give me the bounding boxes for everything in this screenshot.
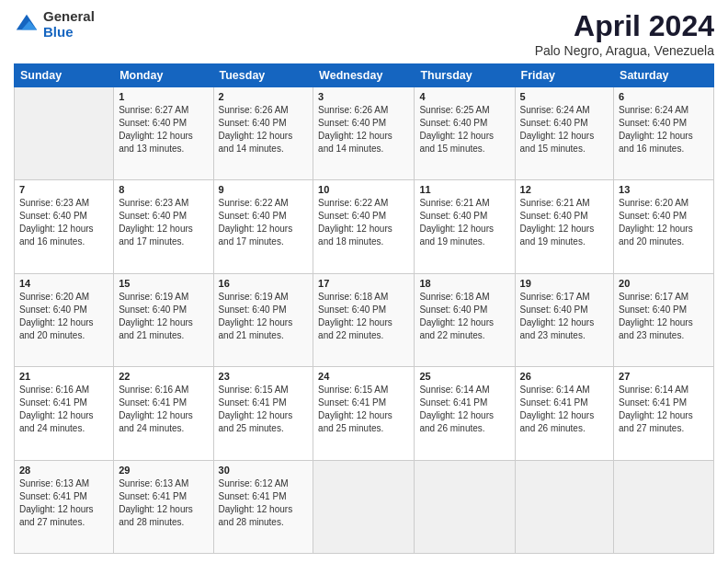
day-number: 27 [619,371,709,382]
day-number: 20 [619,278,709,289]
calendar-day-8: 8Sunrise: 6:23 AM Sunset: 6:40 PM Daylig… [114,180,213,273]
day-number: 24 [318,371,409,382]
day-number: 28 [19,465,108,476]
day-header-wednesday: Wednesday [313,64,415,87]
calendar-day-18: 18Sunrise: 6:18 AM Sunset: 6:40 PM Dayli… [415,273,515,366]
calendar-week-5: 28Sunrise: 6:13 AM Sunset: 6:41 PM Dayli… [15,460,714,553]
day-number: 29 [119,465,208,476]
calendar-day-20: 20Sunrise: 6:17 AM Sunset: 6:40 PM Dayli… [614,273,714,366]
day-header-sunday: Sunday [15,64,114,87]
page: General Blue April 2024 Palo Negro, Arag… [0,0,728,563]
day-info: Sunrise: 6:24 AM Sunset: 6:40 PM Dayligh… [619,104,709,155]
calendar-day-30: 30Sunrise: 6:12 AM Sunset: 6:41 PM Dayli… [213,460,313,553]
day-number: 7 [19,184,108,195]
day-info: Sunrise: 6:15 AM Sunset: 6:41 PM Dayligh… [219,384,309,435]
calendar-day-empty [415,460,515,553]
main-title: April 2024 [535,9,714,43]
day-number: 10 [318,184,409,195]
day-info: Sunrise: 6:23 AM Sunset: 6:40 PM Dayligh… [119,197,208,248]
day-number: 2 [219,91,309,102]
calendar-day-12: 12Sunrise: 6:21 AM Sunset: 6:40 PM Dayli… [515,180,614,273]
day-number: 5 [520,91,609,102]
day-info: Sunrise: 6:14 AM Sunset: 6:41 PM Dayligh… [619,384,709,435]
day-number: 25 [419,371,509,382]
calendar-day-22: 22Sunrise: 6:16 AM Sunset: 6:41 PM Dayli… [114,367,213,460]
day-header-saturday: Saturday [614,64,714,87]
day-info: Sunrise: 6:19 AM Sunset: 6:40 PM Dayligh… [119,291,208,342]
calendar-day-1: 1Sunrise: 6:27 AM Sunset: 6:40 PM Daylig… [114,87,213,180]
day-info: Sunrise: 6:19 AM Sunset: 6:40 PM Dayligh… [219,291,309,342]
calendar-day-29: 29Sunrise: 6:13 AM Sunset: 6:41 PM Dayli… [114,460,213,553]
day-number: 9 [219,184,309,195]
logo-icon [14,12,40,38]
logo-text: General Blue [43,9,95,40]
day-info: Sunrise: 6:17 AM Sunset: 6:40 PM Dayligh… [520,291,609,342]
calendar-day-empty [15,87,114,180]
calendar-day-24: 24Sunrise: 6:15 AM Sunset: 6:41 PM Dayli… [313,367,415,460]
day-info: Sunrise: 6:21 AM Sunset: 6:40 PM Dayligh… [520,197,609,248]
day-info: Sunrise: 6:18 AM Sunset: 6:40 PM Dayligh… [318,291,409,342]
calendar-day-28: 28Sunrise: 6:13 AM Sunset: 6:41 PM Dayli… [15,460,114,553]
calendar-day-13: 13Sunrise: 6:20 AM Sunset: 6:40 PM Dayli… [614,180,714,273]
calendar-day-5: 5Sunrise: 6:24 AM Sunset: 6:40 PM Daylig… [515,87,614,180]
calendar-day-17: 17Sunrise: 6:18 AM Sunset: 6:40 PM Dayli… [313,273,415,366]
day-info: Sunrise: 6:20 AM Sunset: 6:40 PM Dayligh… [619,197,709,248]
calendar-day-23: 23Sunrise: 6:15 AM Sunset: 6:41 PM Dayli… [213,367,313,460]
day-info: Sunrise: 6:18 AM Sunset: 6:40 PM Dayligh… [419,291,509,342]
day-number: 19 [520,278,609,289]
calendar-day-27: 27Sunrise: 6:14 AM Sunset: 6:41 PM Dayli… [614,367,714,460]
day-number: 16 [219,278,309,289]
day-number: 12 [520,184,609,195]
day-info: Sunrise: 6:23 AM Sunset: 6:40 PM Dayligh… [19,197,108,248]
day-number: 21 [19,371,108,382]
calendar-day-4: 4Sunrise: 6:25 AM Sunset: 6:40 PM Daylig… [415,87,515,180]
calendar-day-7: 7Sunrise: 6:23 AM Sunset: 6:40 PM Daylig… [15,180,114,273]
calendar-week-2: 7Sunrise: 6:23 AM Sunset: 6:40 PM Daylig… [15,180,714,273]
calendar-day-14: 14Sunrise: 6:20 AM Sunset: 6:40 PM Dayli… [15,273,114,366]
day-info: Sunrise: 6:22 AM Sunset: 6:40 PM Dayligh… [318,197,409,248]
day-info: Sunrise: 6:20 AM Sunset: 6:40 PM Dayligh… [19,291,108,342]
calendar-day-3: 3Sunrise: 6:26 AM Sunset: 6:40 PM Daylig… [313,87,415,180]
day-info: Sunrise: 6:27 AM Sunset: 6:40 PM Dayligh… [119,104,208,155]
calendar-week-4: 21Sunrise: 6:16 AM Sunset: 6:41 PM Dayli… [15,367,714,460]
day-number: 6 [619,91,709,102]
calendar-header-row: SundayMondayTuesdayWednesdayThursdayFrid… [15,64,714,87]
calendar-day-9: 9Sunrise: 6:22 AM Sunset: 6:40 PM Daylig… [213,180,313,273]
calendar-day-26: 26Sunrise: 6:14 AM Sunset: 6:41 PM Dayli… [515,367,614,460]
day-number: 15 [119,278,208,289]
day-info: Sunrise: 6:26 AM Sunset: 6:40 PM Dayligh… [219,104,309,155]
day-header-thursday: Thursday [415,64,515,87]
calendar-day-10: 10Sunrise: 6:22 AM Sunset: 6:40 PM Dayli… [313,180,415,273]
day-info: Sunrise: 6:12 AM Sunset: 6:41 PM Dayligh… [219,477,309,529]
day-info: Sunrise: 6:15 AM Sunset: 6:41 PM Dayligh… [318,384,409,435]
calendar-day-empty [515,460,614,553]
calendar-day-6: 6Sunrise: 6:24 AM Sunset: 6:40 PM Daylig… [614,87,714,180]
day-number: 3 [318,91,409,102]
day-number: 22 [119,371,208,382]
day-number: 23 [219,371,309,382]
day-number: 17 [318,278,409,289]
calendar-day-25: 25Sunrise: 6:14 AM Sunset: 6:41 PM Dayli… [415,367,515,460]
day-info: Sunrise: 6:17 AM Sunset: 6:40 PM Dayligh… [619,291,709,342]
day-number: 11 [419,184,509,195]
calendar-day-16: 16Sunrise: 6:19 AM Sunset: 6:40 PM Dayli… [213,273,313,366]
day-info: Sunrise: 6:25 AM Sunset: 6:40 PM Dayligh… [419,104,509,155]
day-header-friday: Friday [515,64,614,87]
logo-blue-text: Blue [43,25,95,40]
day-number: 18 [419,278,509,289]
calendar-day-19: 19Sunrise: 6:17 AM Sunset: 6:40 PM Dayli… [515,273,614,366]
calendar-table: SundayMondayTuesdayWednesdayThursdayFrid… [14,63,714,554]
day-header-tuesday: Tuesday [213,64,313,87]
day-number: 30 [219,465,309,476]
title-area: April 2024 Palo Negro, Aragua, Venezuela [535,9,714,58]
calendar-day-21: 21Sunrise: 6:16 AM Sunset: 6:41 PM Dayli… [15,367,114,460]
logo: General Blue [14,9,95,40]
day-info: Sunrise: 6:14 AM Sunset: 6:41 PM Dayligh… [419,384,509,435]
day-number: 8 [119,184,208,195]
subtitle: Palo Negro, Aragua, Venezuela [535,43,714,58]
day-info: Sunrise: 6:16 AM Sunset: 6:41 PM Dayligh… [19,384,108,435]
day-number: 14 [19,278,108,289]
calendar-day-empty [313,460,415,553]
day-info: Sunrise: 6:14 AM Sunset: 6:41 PM Dayligh… [520,384,609,435]
calendar-week-3: 14Sunrise: 6:20 AM Sunset: 6:40 PM Dayli… [15,273,714,366]
